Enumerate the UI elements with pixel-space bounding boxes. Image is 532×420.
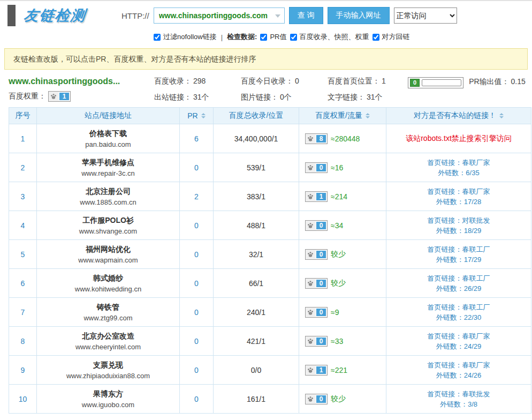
site-name: 北京注册公司 [86,187,131,197]
outlink-count-text[interactable]: 外链数：3/8 [440,399,477,409]
outlink-count-text[interactable]: 外链数：26/29 [436,283,482,294]
links-table: 序号 站点/链接地址 PR 百度总收录/位置 百度权重/流量 对方是否有本站的链… [9,107,531,414]
weight-value: 0 [316,163,326,172]
pr-checkbox[interactable] [260,34,267,41]
col-header-pr[interactable]: PR [180,107,214,124]
traffic-value: ≈9 [331,308,339,317]
site-cell: 北京办公室改造 www.cheeryintel.com [37,327,180,356]
traffic-value: 较少 [331,279,346,288]
summary-site-column: www.chinasportinggoods... 百度权重： 1 [9,77,154,102]
baidu-total-cell: 66/1 [214,269,299,298]
logo-bar [7,5,16,26]
site-url: www.wapmain.com [78,256,138,264]
search-bar: HTTP:// 查 询 手动输入网址 正常访问 [121,7,457,24]
weight-cell: 0 ≈9 [299,298,386,327]
backlink-cell: 首页链接：春联工厂 外链数：22/30 [386,298,531,327]
chevron-down-icon[interactable] [275,14,280,18]
homepage-link-text[interactable]: 首页链接：春联批发 [428,389,490,399]
site-name: 工作服POLO衫 [82,216,134,226]
site-name: 北京办公室改造 [82,332,134,341]
outlink-count-text[interactable]: 外链数：24/26 [436,370,482,380]
weight-cell: 8 ≈280448 [299,124,386,153]
nofollow-checkbox[interactable] [154,34,161,41]
pr-checkbox-label[interactable]: PR值 [260,32,286,42]
table-row: 6 韩式婚纱 www.kohitwedding.cn 0 66/1 0 较少 首… [9,269,531,298]
col-header-backlink[interactable]: 对方是否有本站的链接！ [386,107,531,124]
outlink-count-text[interactable]: 外链数：17/29 [436,254,482,265]
col-header-site: 站点/链接地址 [37,107,180,124]
baidu-weight-badge: 0 [305,162,328,173]
site-name: 韩式婚纱 [93,274,123,283]
backlink-option-label: 对方回链 [382,32,410,42]
manual-url-button[interactable]: 手动输入网址 [328,7,390,24]
row-index: 9 [9,356,37,385]
pr-cell: 0 [180,356,214,385]
pr-cell: 6 [180,124,214,153]
traffic-value: 较少 [331,250,346,259]
weight-value: 0 [316,395,326,403]
homepage-link-text[interactable]: 首页链接：春联厂家 [428,186,490,197]
paw-icon [49,93,58,100]
site-link[interactable]: www.chinasportinggoods... [9,77,120,86]
weight-value: 1 [316,366,326,374]
paw-icon [306,367,315,373]
baidu-checkbox-label[interactable]: 百度收录、快照、权重 [290,32,369,42]
weight-value: 0 [316,221,326,230]
traffic-value: ≈34 [331,221,343,230]
site-name: 苹果手机维修点 [82,158,134,168]
homepage-link-text[interactable]: 首页链接：春联厂家 [428,331,490,341]
baidu-weight-badge: 0 [305,336,328,347]
baidu-checkbox[interactable] [290,34,297,41]
friend-link-check-page: 友链检测 HTTP:// 查 询 手动输入网址 正常访问 过滤nofollow链… [0,0,532,420]
site-name: 价格表下载 [89,129,127,139]
table-row: 8 北京办公室改造 www.cheeryintel.com 0 421/1 0 … [9,327,531,356]
homepage-link-text[interactable]: 首页链接：春联厂家 [428,158,490,168]
row-index: 5 [9,240,37,269]
table-row: 10 果博东方 www.iguobo.com 0 161/1 0 较少 首页链接… [9,385,531,414]
stat-label: 出站链接： [154,93,192,102]
outlink-count-text[interactable]: 外链数：17/28 [436,197,482,207]
homepage-link-text[interactable]: 首页链接：春联工厂 [428,244,490,254]
paw-icon [306,136,315,142]
stat-value: 298 [193,77,206,86]
table-row: 2 苹果手机维修点 www.repair-3c.cn 0 539/1 0 ≈16… [9,153,531,182]
homepage-link-text[interactable]: 首页链接：春联厂家 [428,360,490,370]
weight-cell: 0 较少 [299,385,386,414]
site-url: www.iguobo.com [82,401,134,409]
site-url: www.ztg99.com [83,314,132,322]
baidu-weight-badge: 0 [305,249,328,260]
baidu-weight-badge: 8 [305,133,328,144]
table-row: 9 支票兑现 www.zhipiaoduixian88.com 0 0/0 1 … [9,356,531,385]
homepage-link-text[interactable]: 首页链接：春联工厂 [428,302,490,312]
outlink-count-text[interactable]: 外链数：22/30 [436,312,482,322]
backlink-checkbox[interactable] [373,34,379,41]
site-cell: 北京注册公司 www.1885.com.cn [37,182,180,211]
baidu-weight-badge: 0 [305,394,328,404]
row-index: 1 [9,124,37,153]
site-url: www.1885.com.cn [80,198,136,206]
baidu-total-cell: 0/0 [214,356,299,385]
nofollow-checkbox-label[interactable]: 过滤nofollow链接 [154,32,217,42]
weight-cell: 0 ≈34 [299,211,386,240]
outlink-count-text[interactable]: 外链数：6/35 [438,168,479,178]
stat-value: 1 [382,77,386,86]
baidu-weight-badge: 0 [305,220,328,231]
pr-option-label: PR值 [270,32,286,42]
outlink-count-text[interactable]: 外链数：18/29 [436,226,482,236]
paw-icon [306,193,315,200]
site-url: www.cheeryintel.com [75,343,141,351]
homepage-link-text[interactable]: 首页链接：对联批发 [428,215,490,226]
row-index: 8 [9,327,37,356]
table-row: 1 价格表下载 pan.baidu.com 6 34,400,000/1 8 ≈… [9,124,531,153]
traffic-value: ≈16 [331,163,343,172]
stat-label: 百度今日收录： [241,77,293,86]
homepage-link-text[interactable]: 首页链接：春联工厂 [428,273,490,283]
paw-icon [306,396,315,402]
outlink-count-text[interactable]: 外链数：24/29 [436,341,482,351]
table-row: 4 工作服POLO衫 www.shvange.com 0 488/1 0 ≈34… [9,211,531,240]
url-input[interactable] [154,8,285,24]
query-button[interactable]: 查 询 [289,7,323,24]
backlink-checkbox-label[interactable]: 对方回链 [373,32,410,42]
col-header-weight[interactable]: 百度权重/流量 [299,107,386,124]
access-mode-select[interactable]: 正常访问 [394,8,457,24]
